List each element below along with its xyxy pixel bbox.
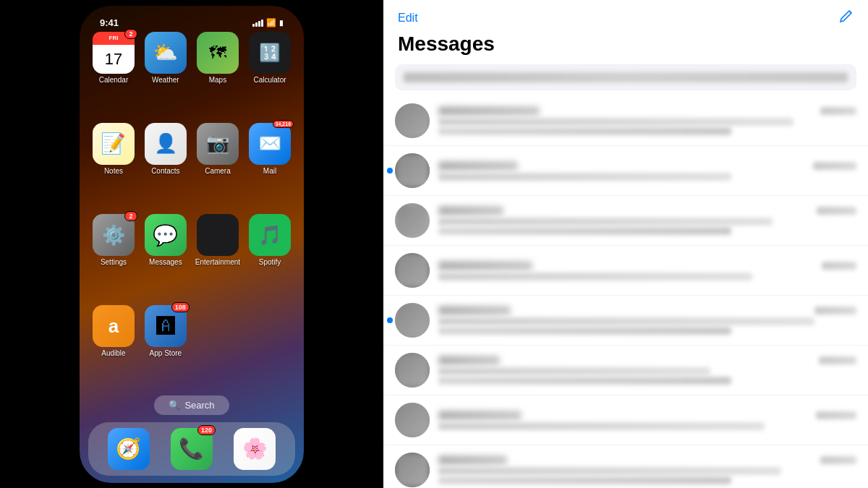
message-time [822, 262, 856, 270]
message-time [814, 307, 856, 314]
app-maps[interactable]: 🗺 Maps [195, 32, 240, 116]
maps-label: Maps [209, 76, 226, 84]
message-preview [438, 118, 793, 126]
settings-icon: ⚙️ 2 [93, 214, 135, 256]
iphone-container: 9:41 📶 ▮ FRI 17 2 Ca [0, 0, 383, 488]
dock-safari[interactable]: 🧭 [108, 428, 150, 470]
header-actions [839, 9, 854, 27]
battery-icon: ▮ [279, 19, 284, 27]
app-appstore[interactable]: 🅰 108 App Store [143, 305, 188, 389]
message-preview-2 [438, 327, 731, 335]
settings-label: Settings [101, 258, 127, 266]
message-row[interactable] [383, 395, 868, 445]
messages-header: Edit [383, 0, 868, 33]
weather-label: Weather [152, 76, 179, 84]
contacts-icon: 👤 [145, 123, 187, 165]
dock-phone[interactable]: 📞 120 [171, 428, 213, 470]
search-bar-content [404, 72, 848, 82]
mail-icon: ✉️ 34,218 [249, 123, 291, 165]
audible-label: Audible [101, 349, 125, 357]
message-row[interactable] [383, 346, 868, 395]
messages-title: Messages [383, 33, 868, 61]
appstore-icon: 🅰 108 [145, 305, 187, 347]
message-preview-2 [438, 476, 731, 484]
message-row[interactable] [383, 296, 868, 346]
compose-button[interactable] [839, 9, 854, 27]
entertainment-label: Entertainment [195, 258, 240, 266]
camera-label: Camera [205, 167, 231, 175]
dock-photos[interactable]: 🌸 [234, 428, 276, 470]
message-row[interactable] [383, 146, 868, 196]
message-row[interactable] [383, 445, 868, 488]
app-contacts[interactable]: 👤 Contacts [143, 123, 188, 207]
contacts-label: Contacts [151, 167, 179, 175]
message-preview-2 [438, 227, 731, 235]
message-content [438, 206, 856, 235]
message-preview [438, 317, 814, 325]
calculator-label: Calculator [254, 76, 286, 84]
edit-button[interactable]: Edit [398, 12, 418, 25]
message-content [438, 161, 856, 181]
app-notes[interactable]: 📝 Notes [91, 123, 136, 207]
message-row[interactable] [383, 196, 868, 246]
messages-icon: 💬 [145, 214, 187, 256]
settings-badge: 2 [124, 211, 137, 221]
app-calendar[interactable]: FRI 17 2 Calendar [91, 32, 136, 116]
signal-icon [252, 20, 263, 27]
message-time [813, 162, 856, 170]
message-row[interactable] [383, 246, 868, 296]
app-entertainment[interactable]: Entertainment [195, 214, 240, 298]
message-preview-2 [438, 377, 731, 385]
avatar [395, 303, 430, 338]
status-icons: 📶 ▮ [252, 18, 284, 27]
messages-search-bar[interactable] [395, 64, 856, 90]
calendar-label: Calendar [99, 76, 129, 84]
mail-badge: 34,218 [273, 120, 294, 128]
app-mail[interactable]: ✉️ 34,218 Mail [247, 123, 292, 207]
phone-badge: 120 [197, 425, 216, 435]
mail-label: Mail [263, 167, 276, 175]
message-preview [438, 273, 752, 281]
appstore-badge: 108 [171, 302, 190, 312]
status-bar: 9:41 📶 ▮ [85, 14, 298, 29]
calendar-icon: FRI 17 2 [93, 32, 135, 74]
status-time: 9:41 [100, 17, 119, 28]
message-time [816, 411, 856, 419]
message-content [438, 106, 856, 135]
message-content [438, 356, 856, 385]
avatar [395, 103, 430, 138]
search-icon: 🔍 [169, 400, 180, 411]
app-audible[interactable]: a Audible [91, 305, 136, 389]
message-content [438, 261, 856, 281]
calendar-badge: 2 [124, 29, 137, 39]
spotify-icon: 🎵 [249, 214, 291, 256]
app-messages[interactable]: 💬 Messages [143, 214, 188, 298]
avatar [395, 153, 430, 188]
contact-name [438, 411, 522, 420]
app-settings[interactable]: ⚙️ 2 Settings [91, 214, 136, 298]
spotify-label: Spotify [259, 258, 281, 266]
message-row[interactable] [383, 96, 868, 146]
message-content [438, 411, 856, 430]
calculator-icon: 🔢 [249, 32, 291, 74]
message-preview [438, 422, 765, 430]
contact-name [438, 261, 532, 270]
app-calculator[interactable]: 🔢 Calculator [247, 32, 292, 116]
avatar [395, 453, 430, 487]
message-preview [438, 467, 781, 475]
appstore-label: App Store [150, 349, 182, 357]
avatar [395, 203, 430, 238]
app-spotify[interactable]: 🎵 Spotify [247, 214, 292, 298]
message-preview-2 [438, 127, 731, 135]
search-pill[interactable]: 🔍 Search [154, 395, 229, 415]
message-time [817, 207, 856, 215]
message-time [820, 456, 856, 464]
contact-name [438, 356, 500, 365]
app-camera[interactable]: 📷 Camera [195, 123, 240, 207]
contact-name [438, 161, 518, 171]
search-label: Search [184, 400, 214, 411]
weather-icon: ⛅ [145, 32, 187, 74]
app-grid: FRI 17 2 Calendar ⛅ Weather 🗺 Maps [85, 32, 298, 390]
app-weather[interactable]: ⛅ Weather [143, 32, 188, 116]
avatar [395, 353, 430, 388]
